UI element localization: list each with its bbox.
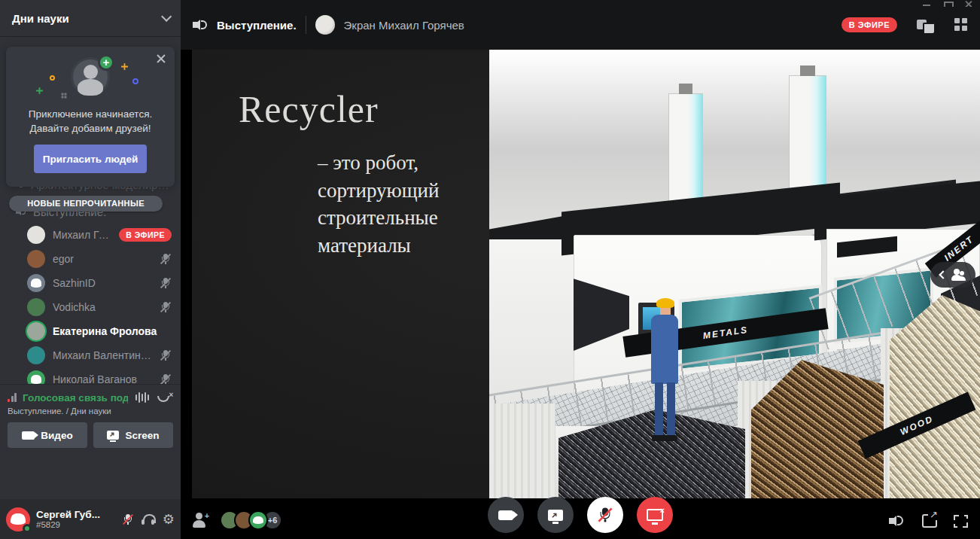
voice-member-row[interactable]: Михаил Валентино... bbox=[0, 343, 181, 367]
grid-view-icon[interactable] bbox=[954, 18, 968, 32]
member-avatar bbox=[27, 346, 45, 364]
worker-figure bbox=[656, 298, 674, 308]
disconnect-call-icon[interactable]: × bbox=[157, 391, 173, 404]
window-close-icon[interactable] bbox=[965, 0, 972, 7]
camera-icon bbox=[22, 431, 35, 440]
member-avatar bbox=[27, 322, 45, 340]
slide-text: Recycler – это робот, сортирующий строит… bbox=[239, 87, 487, 259]
new-unread-divider[interactable]: НОВЫЕ НЕПРОЧИТАННЫЕ bbox=[9, 196, 163, 212]
recycler-machine-image: METALS WOOD INERT bbox=[489, 50, 980, 498]
discord-app: Дни науки Архитектурное моделирование Вы… bbox=[0, 0, 980, 539]
server-header[interactable]: Дни науки bbox=[0, 0, 181, 36]
promo-line1: Приключение начинается. bbox=[6, 107, 175, 121]
username: Сергей Губ... bbox=[36, 509, 116, 520]
slide-body-line: строительные bbox=[318, 204, 487, 232]
slide-body-line: материалы bbox=[318, 232, 487, 260]
avatar[interactable] bbox=[248, 510, 268, 530]
screen-share-title: Экран Михаил Горячев bbox=[344, 19, 832, 32]
deafen-toggle-icon[interactable] bbox=[142, 513, 155, 525]
invite-illustration: + bbox=[6, 56, 175, 104]
mic-muted-icon bbox=[160, 349, 172, 361]
add-friend-plus-icon: + bbox=[98, 54, 114, 71]
mute-button[interactable] bbox=[587, 497, 623, 533]
member-name: SazhinID bbox=[53, 277, 152, 289]
settings-gear-icon[interactable]: ⚙ bbox=[163, 511, 175, 527]
voice-member-row[interactable]: Михаил Го... В ЭФИРЕ bbox=[0, 223, 181, 247]
camera-icon bbox=[498, 510, 513, 520]
sparkle-icon bbox=[36, 87, 43, 94]
member-avatar bbox=[27, 298, 45, 316]
expand-participants-button[interactable] bbox=[930, 262, 975, 288]
mic-muted-icon bbox=[160, 301, 172, 313]
member-name: egor bbox=[53, 253, 152, 265]
user-panel: Сергей Губ... #5829 ⚙ bbox=[0, 499, 181, 539]
voice-member-row[interactable]: Vodichka bbox=[0, 295, 181, 319]
mic-muted-icon bbox=[160, 277, 172, 289]
fullscreen-icon[interactable] bbox=[954, 515, 968, 528]
monitor-x-icon: × bbox=[647, 509, 663, 521]
server-name: Дни науки bbox=[12, 12, 161, 25]
avatar bbox=[315, 15, 335, 35]
sparkle-icon bbox=[62, 93, 64, 96]
live-badge: В ЭФИРЕ bbox=[119, 228, 172, 242]
voice-location: Выступление. / Дни науки bbox=[8, 407, 173, 416]
member-avatar bbox=[27, 274, 45, 292]
chevron-down-icon bbox=[161, 11, 172, 22]
divider bbox=[306, 16, 306, 34]
member-name: Михаил Го... bbox=[53, 229, 111, 241]
member-avatar bbox=[27, 226, 45, 244]
stage-channel-title: Выступление. bbox=[217, 19, 297, 32]
window-controls[interactable] bbox=[923, 0, 972, 7]
invite-to-call-icon[interactable]: + bbox=[193, 513, 209, 528]
invite-people-button[interactable]: Пригласить людей bbox=[34, 145, 147, 173]
popout-icon[interactable] bbox=[922, 514, 937, 528]
connection-signal-icon[interactable] bbox=[8, 393, 17, 402]
mute-toggle-icon[interactable] bbox=[122, 513, 134, 525]
stage-area: Выступление. Экран Михаил Горячев В ЭФИР… bbox=[181, 0, 980, 539]
invite-promo-card: + Приключение начинается. Давайте добави… bbox=[6, 47, 175, 187]
user-discriminator: #5829 bbox=[36, 520, 116, 529]
voice-member-row[interactable]: Екатерина Фролова bbox=[0, 319, 181, 343]
avatar[interactable] bbox=[6, 507, 30, 531]
voice-member-row[interactable]: egor bbox=[0, 247, 181, 271]
screen-share-button[interactable]: Screen bbox=[93, 422, 173, 448]
participants-icon bbox=[951, 269, 966, 281]
screen-share-icon bbox=[548, 510, 563, 521]
slide-body-line: – это робот, bbox=[318, 149, 487, 177]
screen-share-video[interactable]: Recycler – это робот, сортирующий строит… bbox=[192, 50, 980, 498]
stage-header: Выступление. Экран Михаил Горячев В ЭФИР… bbox=[181, 0, 980, 50]
member-avatar bbox=[27, 250, 45, 268]
sidebar: Дни науки Архитектурное моделирование Вы… bbox=[0, 0, 181, 539]
mic-muted-icon bbox=[597, 507, 613, 523]
member-name: Екатерина Фролова bbox=[53, 325, 172, 337]
participant-avatars[interactable]: +6 bbox=[220, 510, 282, 530]
speaker-icon bbox=[193, 18, 208, 32]
mic-muted-icon bbox=[160, 253, 172, 265]
member-name: Vodichka bbox=[53, 301, 152, 313]
chevron-left-icon bbox=[939, 270, 947, 279]
promo-line2: Давайте добавим друзей! bbox=[6, 121, 175, 136]
popout-player-icon[interactable] bbox=[917, 17, 933, 32]
volume-icon[interactable] bbox=[889, 513, 905, 528]
screen-share-icon bbox=[107, 431, 119, 440]
sparkle-icon bbox=[121, 63, 128, 70]
voice-status-panel: Голосовая связь подключена × Выступление… bbox=[0, 384, 181, 440]
member-name: Михаил Валентино... bbox=[53, 349, 152, 361]
video-button[interactable]: Видео bbox=[8, 422, 87, 448]
camera-button[interactable] bbox=[488, 497, 524, 533]
maximize-icon[interactable] bbox=[944, 0, 951, 7]
minimize-icon[interactable] bbox=[923, 0, 930, 7]
user-info[interactable]: Сергей Губ... #5829 bbox=[36, 509, 116, 529]
stage-bottom-bar: + +6 × bbox=[181, 498, 980, 539]
noise-suppression-icon[interactable] bbox=[132, 391, 152, 403]
sparkle-icon bbox=[50, 75, 55, 81]
slide-title: Recycler bbox=[239, 87, 487, 131]
live-badge: В ЭФИРЕ bbox=[842, 17, 897, 32]
voice-status-text: Голосовая связь подключена bbox=[23, 392, 128, 403]
sparkle-icon bbox=[132, 78, 138, 84]
voice-member-row[interactable]: SazhinID bbox=[0, 271, 181, 295]
screen-share-button[interactable] bbox=[537, 497, 574, 533]
slide-body-line: сортирующий bbox=[318, 177, 487, 205]
online-status-dot bbox=[23, 524, 32, 533]
stop-streaming-button[interactable]: × bbox=[637, 497, 673, 533]
